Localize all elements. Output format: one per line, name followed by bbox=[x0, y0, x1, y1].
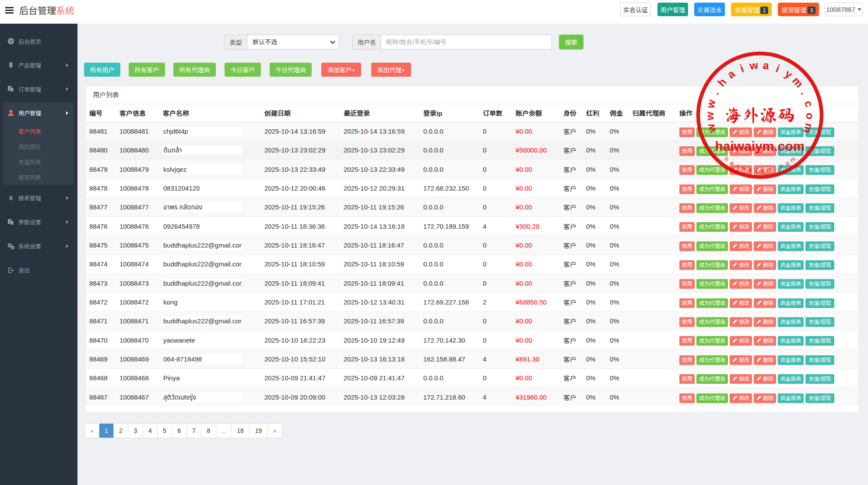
svg-text:a: a bbox=[762, 59, 770, 72]
svg-text:y: y bbox=[783, 67, 795, 81]
svg-text:w: w bbox=[749, 59, 759, 72]
svg-text:i: i bbox=[774, 62, 782, 74]
svg-text:a: a bbox=[725, 67, 737, 81]
svg-text:i: i bbox=[738, 62, 746, 74]
